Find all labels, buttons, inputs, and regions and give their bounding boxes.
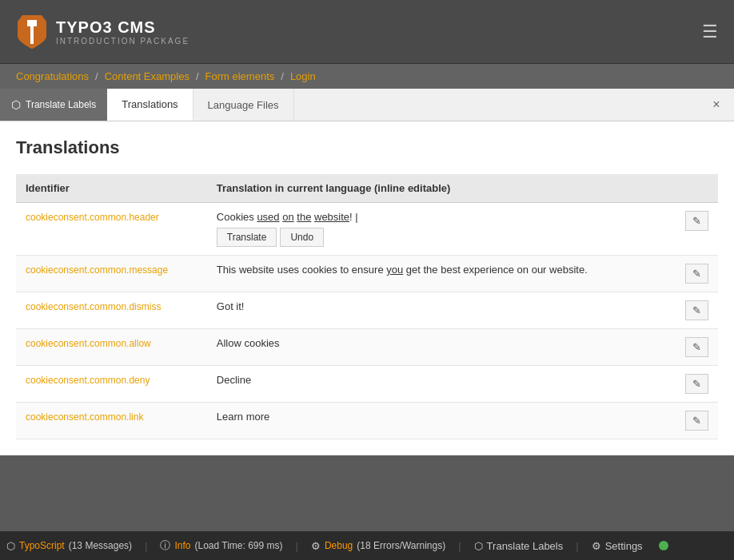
table-row: cookieconsent.common.dismissGot it!✎ bbox=[16, 292, 718, 329]
breadcrumb-sep-2: / bbox=[196, 70, 199, 82]
translation-text: This website uses cookies to ensure you … bbox=[217, 264, 659, 276]
breadcrumb-item-form-elements[interactable]: Form elements bbox=[205, 70, 275, 82]
table-row: cookieconsent.common.headerCookies used … bbox=[16, 203, 718, 256]
identifier-link[interactable]: cookieconsent.common.dismiss bbox=[26, 301, 161, 312]
content-area: Translations Identifier Translation in c… bbox=[0, 121, 734, 455]
tab-translations[interactable]: Translations bbox=[107, 89, 193, 121]
translate-button[interactable]: Translate bbox=[217, 228, 277, 247]
action-cell: ✎ bbox=[668, 292, 718, 329]
translation-text: Cookies used on the website! | bbox=[217, 211, 659, 223]
translation-text: Got it! bbox=[217, 300, 659, 312]
edit-button[interactable]: ✎ bbox=[685, 411, 708, 431]
action-cell: ✎ bbox=[668, 366, 718, 403]
table-header-row: Identifier Translation in current langua… bbox=[16, 174, 718, 203]
table-row: cookieconsent.common.denyDecline✎ bbox=[16, 366, 718, 403]
action-cell: ✎ bbox=[668, 203, 718, 256]
edit-button[interactable]: ✎ bbox=[685, 264, 708, 284]
translation-cell: Cookies used on the website! |TranslateU… bbox=[207, 203, 668, 256]
edit-button[interactable]: ✎ bbox=[685, 374, 708, 394]
breadcrumb-sep-3: / bbox=[281, 70, 284, 82]
translations-table: Identifier Translation in current langua… bbox=[16, 174, 718, 439]
translation-text: Allow cookies bbox=[217, 337, 659, 349]
translation-text: Learn more bbox=[217, 411, 659, 423]
translation-cell: Got it! bbox=[207, 292, 668, 329]
action-cell: ✎ bbox=[668, 403, 718, 439]
close-button[interactable]: × bbox=[705, 93, 728, 116]
edit-button[interactable]: ✎ bbox=[685, 211, 708, 231]
tab-language-files[interactable]: Language Files bbox=[193, 89, 294, 121]
breadcrumb-item-congratulations[interactable]: Congratulations bbox=[16, 70, 89, 82]
action-cell: ✎ bbox=[668, 256, 718, 292]
translation-cell: Decline bbox=[207, 366, 668, 403]
table-row: cookieconsent.common.messageThis website… bbox=[16, 256, 718, 292]
tabs-container: ⬡ Translate Labels Translations Language… bbox=[0, 89, 734, 121]
identifier-link[interactable]: cookieconsent.common.header bbox=[26, 212, 159, 223]
undo-button[interactable]: Undo bbox=[280, 228, 324, 247]
translation-text: Decline bbox=[217, 374, 659, 386]
edit-button[interactable]: ✎ bbox=[685, 300, 708, 320]
identifier-link[interactable]: cookieconsent.common.allow bbox=[26, 338, 151, 349]
app-header: TYPO3 CMS INTRODUCTION PACKAGE ☰ bbox=[0, 0, 734, 64]
col-identifier-header: Identifier bbox=[16, 174, 207, 203]
identifier-link[interactable]: cookieconsent.common.link bbox=[26, 411, 143, 423]
hamburger-menu-button[interactable]: ☰ bbox=[702, 22, 718, 42]
edit-button[interactable]: ✎ bbox=[685, 337, 708, 357]
module-tab-translate-labels: ⬡ Translate Labels bbox=[0, 89, 107, 121]
translate-labels-module-icon: ⬡ bbox=[11, 98, 21, 111]
table-row: cookieconsent.common.linkLearn more✎ bbox=[16, 403, 718, 439]
table-row: cookieconsent.common.allowAllow cookies✎ bbox=[16, 329, 718, 366]
logo-area: TYPO3 CMS INTRODUCTION PACKAGE bbox=[16, 14, 189, 50]
identifier-link[interactable]: cookieconsent.common.message bbox=[26, 264, 168, 276]
identifier-link[interactable]: cookieconsent.common.deny bbox=[26, 375, 150, 386]
col-action-header bbox=[668, 174, 718, 203]
translation-cell: This website uses cookies to ensure you … bbox=[207, 256, 668, 292]
breadcrumb-item-content-examples[interactable]: Content Examples bbox=[105, 70, 189, 82]
breadcrumb-sep-1: / bbox=[95, 70, 98, 82]
module-tab-label: Translate Labels bbox=[26, 99, 96, 110]
logo-title: TYPO3 CMS bbox=[56, 18, 189, 37]
logo-subtitle: INTRODUCTION PACKAGE bbox=[56, 37, 189, 46]
typo3-logo bbox=[16, 14, 48, 50]
translation-cell: Allow cookies bbox=[207, 329, 668, 366]
action-cell: ✎ bbox=[668, 329, 718, 366]
page-title: Translations bbox=[16, 137, 718, 158]
translation-cell: Learn more bbox=[207, 403, 668, 439]
logo-text: TYPO3 CMS INTRODUCTION PACKAGE bbox=[56, 18, 189, 46]
breadcrumb-item-login[interactable]: Login bbox=[290, 70, 316, 82]
breadcrumb: Congratulations / Content Examples / For… bbox=[0, 64, 734, 89]
col-translation-header: Translation in current language (inline … bbox=[207, 174, 668, 203]
